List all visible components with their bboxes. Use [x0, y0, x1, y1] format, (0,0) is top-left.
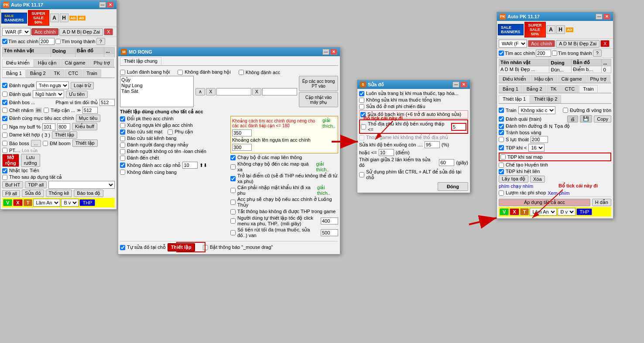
- thuodiaphu-input[interactable]: [451, 123, 466, 131]
- chetnham-checkbox[interactable]: [2, 108, 7, 113]
- phamvi-input[interactable]: [99, 99, 115, 106]
- baocuu-checkbox[interactable]: [120, 129, 125, 135]
- tab-ctc[interactable]: CTC: [65, 69, 82, 78]
- loaitru-btn[interactable]: Loại trừ: [71, 82, 93, 89]
- right-tab-bang1[interactable]: Bảng 1: [499, 85, 522, 93]
- hoac-input[interactable]: [379, 149, 394, 156]
- list-item[interactable]: Qủy: [121, 77, 192, 83]
- canphai-checkbox[interactable]: [230, 188, 236, 193]
- suakhibenv-input[interactable]: [425, 141, 440, 148]
- theosau-checkbox[interactable]: [2, 175, 7, 180]
- right-tab-thietlap2[interactable]: Thiết lập 2: [530, 95, 561, 103]
- right-banner-a[interactable]: A: [547, 25, 555, 34]
- tab-phutro[interactable]: Phụ trợ: [90, 59, 114, 67]
- uutien-btn[interactable]: Ưu tiên: [66, 91, 88, 98]
- left-banner-a[interactable]: A: [50, 14, 59, 22]
- danhboss-checkbox[interactable]: [2, 100, 7, 105]
- right-danhquaitrain-checkbox[interactable]: [499, 116, 504, 122]
- capnhat-btn[interactable]: Cập nhật vào máy phụ: [299, 92, 338, 107]
- xuongnguakhi-checkbox[interactable]: [120, 123, 125, 128]
- right-printer-btn[interactable]: 🖨: [567, 115, 578, 122]
- cungmuctieu-checkbox[interactable]: [2, 116, 7, 121]
- buf-select[interactable]: [48, 181, 115, 189]
- tab-bang2[interactable]: Bảng 2: [26, 69, 50, 78]
- right-tab-haucán[interactable]: Hậu cận: [531, 75, 557, 83]
- nguoidung-input[interactable]: [321, 217, 338, 224]
- right-banner-sale[interactable]: SALEBANNERS: [498, 24, 524, 35]
- x-btn[interactable]: X: [13, 199, 22, 206]
- right-banner-super[interactable]: SUPERSALE50%: [524, 22, 546, 37]
- khongdanhacc-checkbox[interactable]: [239, 70, 244, 75]
- trennguoa-select[interactable]: Trên ngựa: [36, 82, 69, 89]
- giaitich1-label[interactable]: giải thích..: [322, 118, 336, 129]
- right-close-btn[interactable]: X: [600, 40, 610, 47]
- dame-thietlap-btn[interactable]: Thiết lập: [52, 131, 77, 139]
- timaccchinh-checkbox[interactable]: [2, 39, 7, 44]
- tiepcan-checkbox[interactable]: [44, 108, 49, 113]
- right-accchinh-btn[interactable]: Acc chính: [528, 40, 555, 47]
- thuodiaphu-checkbox[interactable]: [361, 124, 366, 129]
- dmboom-thietlap-btn[interactable]: Thiết lập: [72, 139, 98, 147]
- right-timaccchinh-input[interactable]: [536, 50, 551, 57]
- right-tab-bang2[interactable]: Bảng 2: [523, 85, 546, 93]
- dong-btn[interactable]: Đóng: [438, 182, 468, 191]
- right-v-btn[interactable]: V: [500, 208, 509, 215]
- nhat-checkbox[interactable]: [2, 168, 7, 173]
- right-tab-caigame[interactable]: Cài game: [558, 75, 586, 83]
- right-train-checkbox[interactable]: [499, 108, 504, 113]
- right-chetao-checkbox[interactable]: [499, 163, 504, 168]
- baocuukenhbang-checkbox[interactable]: [120, 136, 125, 141]
- t-btn[interactable]: T: [24, 199, 33, 206]
- right-tranhboss-checkbox[interactable]: [499, 130, 504, 135]
- help-btn[interactable]: ?: [96, 38, 105, 45]
- dame-checkbox[interactable]: [2, 132, 7, 138]
- bufht-btn[interactable]: Buf HT: [2, 181, 23, 188]
- right-tdpkhi-checkbox[interactable]: [499, 145, 504, 150]
- thongke-btn[interactable]: Thống kê: [46, 190, 72, 197]
- right-adm-btn[interactable]: A D M Bị Đẹp Zai: [556, 40, 599, 48]
- tusua-checkbox[interactable]: [120, 245, 125, 250]
- ngamybuff-input2[interactable]: [57, 123, 70, 130]
- right-banner-h[interactable]: H: [556, 25, 565, 34]
- right-hdan-btn[interactable]: H dẫn: [592, 199, 611, 206]
- khoangcach-input1[interactable]: [232, 129, 252, 136]
- suabachkim-checkbox[interactable]: [360, 112, 366, 117]
- right-tab-phutro[interactable]: Phụ trợ: [586, 75, 610, 83]
- b-select[interactable]: B v: [61, 199, 79, 207]
- list-input[interactable]: [216, 88, 251, 95]
- thoigian-input[interactable]: [439, 159, 454, 166]
- right-laman-select[interactable]: Lâm An: [530, 208, 557, 216]
- right-slucthoat-checkbox[interactable]: [499, 137, 504, 142]
- right-tab-tk[interactable]: TK: [547, 85, 561, 93]
- giaitich3-label[interactable]: giải thích..: [317, 185, 338, 196]
- suado-close[interactable]: ✕: [460, 82, 467, 88]
- dmboom-checkbox[interactable]: [43, 141, 48, 146]
- luuruong-btn[interactable]: Lưurướng: [21, 154, 40, 167]
- list-item[interactable]: Tàn Sát: [121, 88, 192, 94]
- doimeo-checkbox[interactable]: [120, 116, 125, 122]
- left-minimize-btn[interactable]: —: [99, 2, 106, 8]
- kieubuff-btn[interactable]: Kiểu buff: [72, 123, 97, 130]
- right-phimchaynhim-label[interactable]: phím chạy nhím: [499, 183, 533, 189]
- f9all-btn[interactable]: F9 all: [2, 190, 20, 197]
- thp-btn[interactable]: THP: [79, 199, 95, 206]
- khongchayboden-checkbox[interactable]: [230, 164, 236, 170]
- right-tdpkhi-select[interactable]: 16: [528, 144, 545, 152]
- morong-close[interactable]: ✕: [330, 49, 337, 55]
- tatthongbao-checkbox[interactable]: [230, 209, 236, 214]
- tusua-thietlap-btn[interactable]: Thiết lập: [168, 243, 195, 251]
- right-help-btn[interactable]: ?: [593, 50, 602, 57]
- baotoadо-btn[interactable]: Báo toa độ: [74, 190, 103, 197]
- muctieu-btn[interactable]: Mục tiêu: [76, 115, 100, 122]
- tab-caigame[interactable]: Cài game: [61, 59, 89, 67]
- right-laytoado-btn[interactable]: Lấy tọa độ: [499, 175, 528, 183]
- phucán-checkbox[interactable]: [168, 129, 173, 135]
- right-xemphim-label[interactable]: Xem phím: [548, 190, 569, 196]
- right-timtrongthanh-checkbox[interactable]: [552, 51, 557, 56]
- phimtat-checkbox[interactable]: [359, 172, 364, 177]
- tdpall-btn[interactable]: TĐP all: [25, 181, 47, 188]
- acc-chinh-btn[interactable]: Acc chính: [31, 28, 58, 35]
- right-tab-ctc[interactable]: CTC: [561, 85, 579, 93]
- epacc-btn[interactable]: Ép các acc trong PT vào: [299, 76, 338, 91]
- list-input2[interactable]: [262, 88, 297, 95]
